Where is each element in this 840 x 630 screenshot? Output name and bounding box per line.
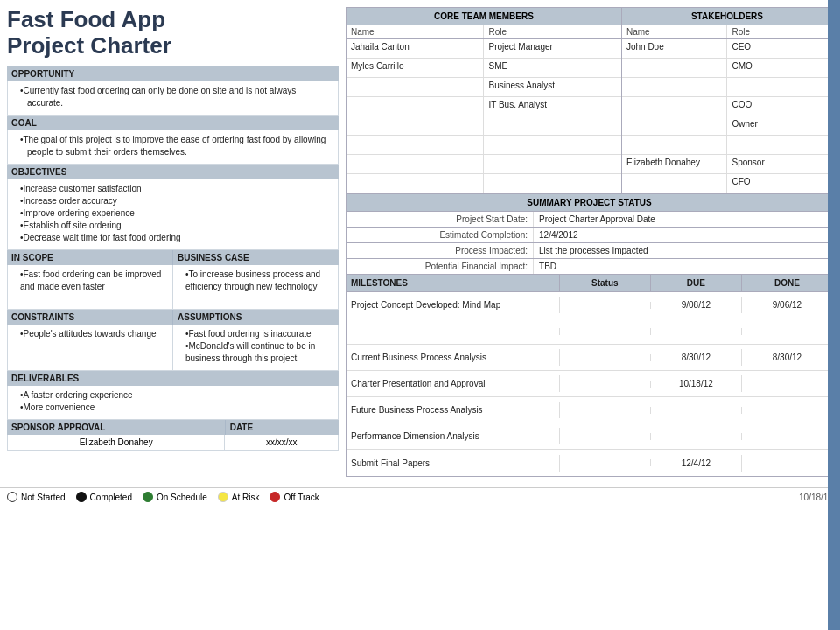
team-name [346,155,484,173]
legend-item: Off Track [270,492,318,502]
milestones-col-name: MILESTONES [346,275,560,291]
milestone-row [346,318,832,345]
stakeholder-name [622,97,728,116]
milestone-done [742,381,832,388]
team-role: SME [484,59,620,77]
milestone-status [560,459,651,466]
opportunity-body: •Currently fast food ordering can only b… [7,81,339,116]
stakeholder-role: Owner [727,116,832,135]
title-block: Fast Food App Project Charter [7,7,339,60]
legend-label: Not Started [21,493,66,502]
team-name [346,116,484,135]
sponsor-header: SPONSOR APPROVAL [7,420,226,435]
constraints-body: •People's attitudes towards change [8,325,173,370]
table-row [346,155,621,174]
summary-row: Estimated Completion:12/4/2012 [346,228,833,243]
table-row [346,136,621,155]
milestone-done: 8/30/12 [742,349,832,366]
milestone-name: Project Concept Developed: Mind Map [346,297,560,313]
goal-body: •The goal of this project is to improve … [7,130,339,164]
sponsor-name: Elizabeth Donahey [8,435,225,450]
footer: Not StartedCompletedOn ScheduleAt RiskOf… [0,487,840,506]
side-accent [828,0,840,630]
objective-item: •Increase order accuracy [20,195,333,207]
team-name [346,174,484,193]
milestone-name: Performance Dimension Analysis [346,428,560,444]
core-team-rows: Jahaila CantonProject ManagerMyles Carri… [346,39,621,193]
summary-row: Process Impacted:List the processes Impa… [346,243,833,259]
summary-value: 12/4/2012 [534,228,832,242]
sponsor-row: Elizabeth Donahey xx/xx/xx [7,435,339,451]
legend-label: Off Track [284,493,318,502]
deliverables-header: DELIVERABLES [7,371,339,386]
table-row: COO [622,97,832,116]
legend-item: At Risk [218,492,260,502]
objectives-section: OBJECTIVES •Increase customer satisfacti… [7,164,339,250]
table-row: Jahaila CantonProject Manager [346,39,621,59]
milestone-due [651,407,742,414]
deliverable-item: •A faster ordering experience [20,389,333,402]
milestone-row: Performance Dimension Analysis [346,424,832,450]
milestone-due [651,328,742,335]
summary-label: Potential Financial Impact: [346,259,534,274]
deliverables-body: •A faster ordering experience•More conve… [7,386,339,420]
milestone-due: 10/18/12 [651,375,742,392]
table-row: CFO [622,174,832,193]
constraints-header: CONSTRAINTS [7,310,173,325]
milestones-col-due: DUE [651,275,742,291]
inscope-item: •Fast food ordering can be improved and … [20,269,168,293]
milestone-rows: Project Concept Developed: Mind Map 9/08… [346,292,832,476]
milestone-name: Future Business Process Analysis [346,402,560,418]
milestones-col-status: Status [560,275,651,291]
stakeholder-role [727,136,832,154]
page-title: Fast Food App Project Charter [7,7,339,60]
businesscase-header: BUSINESS CASE [173,250,339,265]
stakeholder-col1: Name [622,25,728,38]
table-row [622,78,832,97]
stakeholder-name: Elizabeth Donahey [622,155,728,173]
inscope-businesscase-headers: IN SCOPE BUSINESS CASE [7,250,339,265]
objectives-body: •Increase customer satisfaction•Increase… [7,179,339,250]
team-role [484,174,620,193]
milestone-done [742,328,832,335]
milestone-due [651,433,742,440]
milestone-status [560,354,651,361]
milestone-done [742,459,832,466]
milestone-row: Charter Presentation and Approval 10/18/… [346,371,832,397]
constraints-assumptions-headers: CONSTRAINTS ASSUMPTIONS [7,310,339,325]
deliverable-item: •More convenience [20,402,333,414]
legend-circle [270,492,280,502]
goal-header: GOAL [7,116,339,130]
team-name: Jahaila Canton [346,39,484,58]
milestone-name: Charter Presentation and Approval [346,375,560,392]
table-row: Myles CarrilloSME [346,59,621,78]
milestone-status [560,328,651,335]
constraints-assumptions-body: •People's attitudes towards change •Fast… [7,325,339,371]
objectives-header: OBJECTIVES [7,164,339,179]
legend-circle [143,492,153,502]
milestone-status [560,433,651,440]
team-role [484,116,620,135]
team-role [484,136,620,154]
opportunity-header: OPPORTUNITY [7,66,339,81]
table-row: John DoeCEO [622,39,832,59]
objective-item: •Establish off site ordering [20,220,333,232]
team-name: Myles Carrillo [346,59,484,77]
assumptions-body: •Fast food ordering is inaccurate•McDona… [173,325,338,370]
team-role: IT Bus. Analyst [484,97,620,116]
legend: Not StartedCompletedOn ScheduleAt RiskOf… [7,492,319,502]
legend-label: On Schedule [157,493,207,502]
core-team-title: CORE TEAM MEMBERS [346,8,621,25]
table-row: Business Analyst [346,78,621,97]
team-role: Business Analyst [484,78,620,96]
summary-row: Project Start Date:Project Charter Appro… [346,212,833,228]
team-name [346,78,484,96]
stakeholder-name [622,59,728,77]
assumption-item: •Fast food ordering is inaccurate [186,328,333,340]
top-tables: CORE TEAM MEMBERS Name Role Jahaila Cant… [346,7,833,194]
table-row: Owner [622,116,832,136]
milestone-name: Submit Final Papers [346,455,560,472]
team-role: Project Manager [484,39,620,58]
stakeholder-sub-header: Name Role [622,25,832,39]
legend-item: On Schedule [143,492,207,502]
